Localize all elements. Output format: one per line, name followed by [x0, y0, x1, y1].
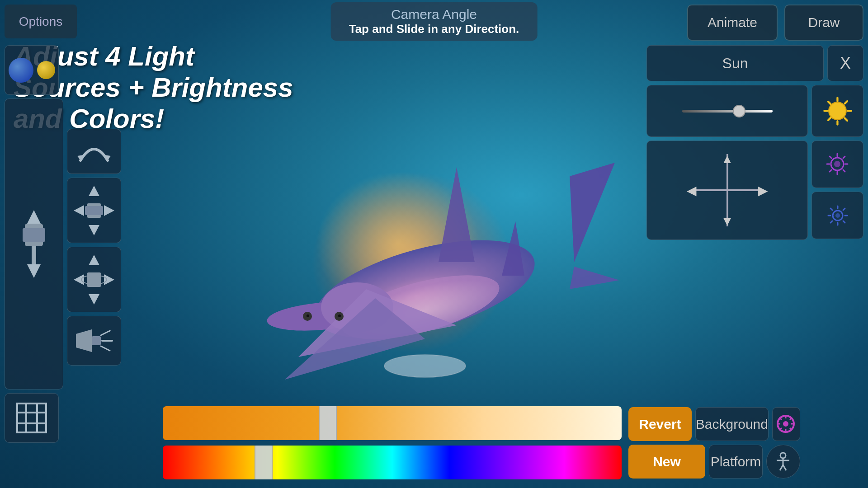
- close-button[interactable]: X: [827, 45, 863, 81]
- color-selector-button[interactable]: [5, 45, 59, 95]
- svg-marker-9: [570, 267, 619, 289]
- svg-marker-38: [104, 274, 114, 285]
- zoom-button[interactable]: [5, 99, 63, 389]
- camera-subtitle: Tap and Slide in any Direction.: [349, 22, 519, 36]
- svg-marker-30: [89, 225, 99, 235]
- arrow-left-icon: ◀: [687, 183, 697, 198]
- color-wheel-icon: [776, 414, 796, 434]
- top-bar: Options Camera Angle Tap and Slide in an…: [0, 0, 868, 45]
- brightness-slider[interactable]: [646, 85, 808, 137]
- sun-label: Sun: [722, 55, 748, 72]
- svg-marker-29: [89, 186, 99, 196]
- new-label: New: [653, 454, 681, 469]
- draw-label: Draw: [808, 15, 840, 30]
- blue-ball-icon: [9, 58, 33, 83]
- x-label: X: [840, 54, 851, 73]
- rotate-icon: [74, 133, 114, 169]
- bottom-row-1: Revert Background: [628, 407, 800, 441]
- search-zoom-icon: [71, 323, 117, 359]
- background-button[interactable]: Background: [695, 407, 769, 441]
- sun-color-button[interactable]: [811, 85, 863, 137]
- arrow-down-icon: ▼: [721, 214, 734, 229]
- sun-row: Sun X: [646, 45, 863, 81]
- svg-marker-31: [74, 205, 84, 216]
- svg-line-44: [101, 331, 110, 335]
- svg-line-63: [843, 156, 845, 158]
- svg-line-70: [830, 208, 832, 210]
- options-label: Options: [19, 14, 63, 29]
- brightness-thumb[interactable]: [319, 406, 337, 440]
- svg-rect-34: [85, 206, 103, 215]
- sliders-area: [163, 406, 622, 479]
- brightness-track: [682, 110, 773, 113]
- sun-yellow-icon: [822, 95, 854, 127]
- svg-marker-32: [104, 205, 114, 216]
- animate-button[interactable]: Animate: [687, 5, 778, 41]
- accessibility-icon: [773, 451, 793, 472]
- svg-line-73: [843, 208, 845, 210]
- svg-marker-17: [27, 210, 41, 224]
- move-button[interactable]: [67, 178, 121, 243]
- yellow-ball-icon: [37, 61, 55, 79]
- svg-point-74: [835, 213, 840, 218]
- new-button[interactable]: New: [628, 445, 705, 479]
- background-label: Background: [696, 417, 768, 432]
- animate-label: Animate: [708, 15, 757, 30]
- svg-line-51: [828, 102, 830, 104]
- camera-hint: Camera Angle Tap and Slide in any Direct…: [331, 2, 538, 41]
- brightness-color-slider[interactable]: [163, 406, 622, 440]
- svg-marker-37: [74, 274, 84, 285]
- svg-rect-19: [23, 228, 45, 242]
- hue-slider[interactable]: [163, 446, 622, 479]
- svg-marker-8: [570, 163, 615, 262]
- left-controls: [5, 45, 63, 443]
- arrow-right-icon: ▶: [758, 183, 768, 198]
- accessibility-button[interactable]: [766, 445, 800, 479]
- rotate-button[interactable]: [67, 129, 121, 174]
- svg-marker-20: [27, 264, 41, 278]
- purple-color-button[interactable]: [811, 141, 863, 188]
- right-bottom-buttons: Revert Background: [628, 407, 800, 479]
- orbit-button[interactable]: [67, 247, 121, 312]
- svg-line-88: [780, 465, 783, 470]
- revert-button[interactable]: Revert: [628, 407, 692, 441]
- arrow-up-icon: ▲: [721, 152, 734, 166]
- platform-label: Platform: [711, 454, 761, 469]
- direction-row: ▲ ▼ ◀ ▶: [646, 141, 863, 240]
- svg-line-62: [830, 170, 831, 172]
- brightness-knob[interactable]: [733, 105, 745, 117]
- draw-button[interactable]: Draw: [784, 5, 863, 41]
- svg-line-52: [844, 118, 847, 120]
- color-buttons: [811, 141, 863, 240]
- revert-label: Revert: [639, 417, 681, 432]
- svg-point-14: [307, 314, 309, 317]
- bottom-controls: Revert Background: [0, 398, 868, 488]
- camera-title: Camera Angle: [349, 7, 519, 22]
- brightness-row: [646, 85, 863, 137]
- svg-marker-36: [89, 294, 99, 305]
- sun-purple-icon: [825, 152, 850, 177]
- bottom-row-2: New Platform: [628, 445, 800, 479]
- svg-rect-21: [32, 246, 36, 264]
- svg-rect-42: [92, 336, 101, 345]
- search-zoom-button[interactable]: [67, 316, 121, 366]
- sun-blue-icon: [826, 204, 849, 227]
- svg-point-85: [780, 453, 786, 458]
- sun-button[interactable]: Sun: [646, 45, 824, 81]
- options-button[interactable]: Options: [5, 5, 77, 38]
- zoom-icon: [16, 208, 52, 280]
- direction-control[interactable]: ▲ ▼ ◀ ▶: [646, 141, 808, 240]
- svg-rect-39: [87, 272, 101, 287]
- svg-line-89: [783, 465, 786, 470]
- svg-line-71: [843, 221, 845, 223]
- svg-marker-41: [76, 329, 92, 352]
- platform-button[interactable]: Platform: [709, 445, 763, 479]
- move-icon: [71, 183, 117, 238]
- svg-line-72: [830, 221, 832, 223]
- svg-point-15: [338, 314, 341, 317]
- svg-line-45: [101, 346, 110, 351]
- hue-thumb[interactable]: [255, 446, 273, 479]
- background-color-button[interactable]: [772, 407, 800, 441]
- blue-color-button[interactable]: [811, 192, 863, 239]
- svg-line-54: [844, 101, 847, 103]
